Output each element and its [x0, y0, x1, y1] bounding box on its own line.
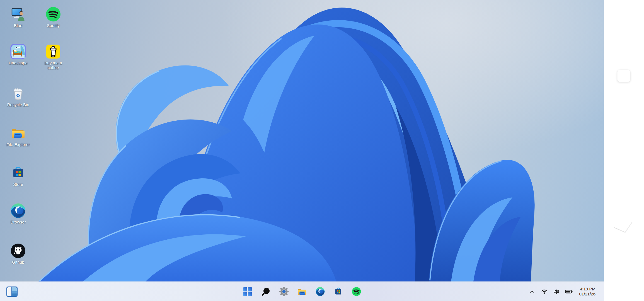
desktop-icon-label: Buy me a coffee	[39, 60, 68, 70]
system-tray: 4:19 PM 01/21/26	[529, 282, 595, 301]
edge-browser-button[interactable]	[314, 285, 327, 298]
search-icon	[261, 287, 270, 296]
desktop-icon-store[interactable]: Store	[4, 165, 33, 187]
windows-logo-icon	[243, 287, 253, 297]
desktop-wallpaper: Blue Spotify	[0, 0, 604, 301]
screen: Blue Spotify	[0, 0, 644, 301]
coffee-cup-icon	[45, 43, 61, 60]
taskbar-center-icons	[241, 282, 363, 301]
desktop-icon-unescape[interactable]: Unescape	[4, 43, 33, 65]
desktop-icon-recycle-bin[interactable]: ♻ Recycle Bin	[4, 85, 33, 107]
desktop-icon-blue[interactable]: Blue	[4, 6, 33, 28]
desktop-icon-label: Store	[13, 182, 23, 187]
ms-store-icon	[10, 165, 26, 181]
start-button[interactable]	[241, 285, 254, 298]
widgets-button[interactable]	[6, 285, 18, 298]
desktop-icon-label: Spotify	[47, 23, 60, 28]
hidden-icons-chevron[interactable]	[529, 289, 534, 294]
recycle-bin-icon: ♻	[10, 85, 26, 101]
taskbar-clock[interactable]: 4:19 PM 01/21/26	[579, 287, 595, 297]
widgets-icon	[6, 287, 18, 297]
desktop-icon-github[interactable]: Github	[4, 243, 33, 264]
search-button[interactable]	[259, 285, 272, 298]
spotify-button[interactable]	[350, 285, 363, 298]
clock-time: 4:19 PM	[580, 287, 595, 292]
user-computer-icon	[10, 6, 26, 22]
recycle-glyph: ♻	[16, 93, 20, 98]
clock-date: 01/21/26	[579, 292, 595, 297]
desktop-icon-buy-me-a-coffee[interactable]: Buy me a coffee	[39, 43, 68, 70]
file-explorer-button[interactable]	[296, 285, 309, 298]
desktop-icon-label: Github	[12, 260, 24, 264]
bloom-wallpaper-art	[0, 0, 604, 281]
edge-icon	[315, 287, 325, 297]
spotify-icon	[45, 6, 61, 22]
spotify-icon	[351, 287, 361, 297]
battery-icon[interactable]	[565, 290, 573, 294]
github-octocat-icon	[10, 243, 26, 259]
gear-icon	[279, 287, 289, 297]
side-panel-button[interactable]	[617, 70, 630, 82]
desktop-icon-file-explorer[interactable]: File Explorer	[4, 125, 33, 147]
desktop-icon-label: Recycle Bin	[7, 102, 29, 107]
side-panel-chevron-artifact	[614, 217, 633, 233]
edge-icon	[10, 203, 26, 219]
settings-button[interactable]	[277, 285, 290, 298]
taskbar: 4:19 PM 01/21/26	[0, 281, 604, 301]
wifi-icon[interactable]	[541, 289, 548, 294]
unescape-game-icon	[10, 43, 26, 60]
volume-icon[interactable]	[553, 289, 560, 294]
desktop-icon-browser[interactable]: Browser	[4, 203, 33, 224]
desktop-icon-spotify[interactable]: Spotify	[39, 6, 68, 28]
desktop-icon-label: Browser	[10, 220, 26, 224]
side-panel	[604, 0, 644, 301]
desktop-icon-label: Blue	[14, 23, 22, 28]
store-button[interactable]	[332, 285, 345, 298]
folder-icon	[297, 287, 307, 297]
desktop-icon-label: Unescape	[9, 60, 28, 65]
ms-store-icon	[333, 287, 343, 297]
folder-icon	[10, 125, 26, 141]
desktop-icon-label: File Explorer	[6, 142, 30, 147]
